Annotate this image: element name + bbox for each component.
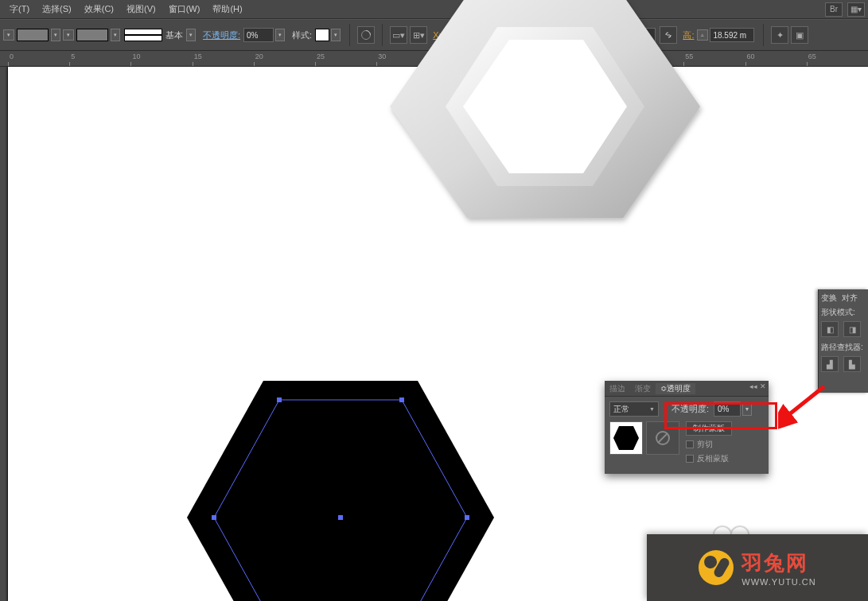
stage: 变换 对齐 形状模式: ◧ ◨ 路径查找器: ▟ ▙ 描边 渐变 ≎透明度 ◂◂… xyxy=(0,67,868,601)
vertical-ruler xyxy=(0,67,8,601)
h-label: 高: xyxy=(681,29,695,41)
x-label: X: xyxy=(431,30,442,40)
menu-type[interactable]: 字(T) xyxy=(3,3,36,15)
clip-label: 剪切 xyxy=(697,439,713,450)
align-panel-icon[interactable]: ▭▾ xyxy=(390,26,407,44)
stroke-none-icon[interactable]: ▾ xyxy=(63,29,74,41)
watermark-logo-icon xyxy=(699,550,734,585)
x-field[interactable]: 16.753 m xyxy=(457,28,502,42)
invert-mask-checkbox[interactable]: 反相蒙版 xyxy=(686,453,732,464)
svg-rect-7 xyxy=(399,397,404,402)
svg-line-15 xyxy=(658,433,668,443)
menu-bar: 字(T) 选择(S) 效果(C) 视图(V) 窗口(W) 帮助(H) Br ▦▾ xyxy=(0,0,868,19)
transform-panel-icon[interactable]: ⊞▾ xyxy=(410,26,427,44)
menu-select[interactable]: 选择(S) xyxy=(36,3,78,15)
fill-swatch-dd[interactable]: ▾ xyxy=(51,29,60,41)
y-stepper[interactable]: ▵ xyxy=(520,29,531,41)
pathfinder-trim-icon[interactable]: ▙ xyxy=(843,356,861,372)
opacity-label[interactable]: 不透明度: xyxy=(201,29,242,41)
tab-transparency[interactable]: ≎透明度 xyxy=(656,383,695,394)
mask-thumb[interactable] xyxy=(646,421,679,455)
svg-rect-12 xyxy=(338,515,343,520)
pathfinder-label: 路径查找器: xyxy=(821,342,866,353)
stroke-swatch[interactable] xyxy=(76,29,108,41)
control-bar: ▾ ▾ ▾ ▾ 基本 ▾ 不透明度: 0% ▾ 样式: ▾ ▭▾ ⊞▾ X: ▵… xyxy=(0,19,868,51)
panel-opacity-label: 不透明度: xyxy=(670,403,710,415)
fill-swatch[interactable] xyxy=(17,29,49,41)
stroke-preview[interactable] xyxy=(124,29,162,41)
tab-stroke[interactable]: 描边 xyxy=(605,383,630,394)
menu-effect[interactable]: 效果(C) xyxy=(78,3,120,15)
w-field[interactable]: 21.469 m xyxy=(611,28,656,42)
menu-window[interactable]: 窗口(W) xyxy=(162,3,207,15)
link-wh-icon[interactable] xyxy=(660,26,677,44)
recolor-icon[interactable] xyxy=(357,26,375,44)
panel-opacity-field[interactable]: 0% xyxy=(714,401,741,417)
menu-view[interactable]: 视图(V) xyxy=(120,3,162,15)
w-stepper[interactable]: ▵ xyxy=(598,29,609,41)
black-hexagon-shape[interactable] xyxy=(187,381,494,601)
shapemode-unite-icon[interactable]: ◧ xyxy=(821,321,839,337)
style-swatch[interactable] xyxy=(315,29,329,41)
arrange-docs-icon[interactable]: ▦▾ xyxy=(847,2,865,17)
menu-help[interactable]: 帮助(H) xyxy=(206,3,248,15)
watermark-url: WWW.YUTU.CN xyxy=(741,577,815,587)
y-field[interactable]: 139.288 xyxy=(532,28,577,42)
opacity-field[interactable]: 0% xyxy=(243,28,274,42)
fill-none-icon[interactable]: ▾ xyxy=(3,29,14,41)
horizontal-ruler: 0510152025303540455055606570 xyxy=(0,51,868,67)
make-mask-button[interactable]: 制作蒙版 xyxy=(686,421,732,436)
clip-checkbox[interactable]: 剪切 xyxy=(686,439,732,450)
blend-mode-combo[interactable]: 正常▼ xyxy=(609,401,659,417)
dock-tab-align[interactable]: 对齐 xyxy=(842,293,858,304)
shapemode-minus-icon[interactable]: ◨ xyxy=(843,321,861,337)
h-stepper[interactable]: ▵ xyxy=(697,29,708,41)
opacity-dd[interactable]: ▾ xyxy=(275,29,285,41)
pathfinder-dock: 变换 对齐 形状模式: ◧ ◨ 路径查找器: ▟ ▙ xyxy=(818,289,868,393)
panel-opacity-value: 0% xyxy=(718,405,729,413)
blend-mode-value: 正常 xyxy=(613,404,629,415)
opacity-thumb[interactable] xyxy=(609,421,643,455)
style-dd[interactable]: ▾ xyxy=(331,29,341,41)
pathfinder-divide-icon[interactable]: ▟ xyxy=(821,356,839,372)
h-field[interactable]: 18.592 m xyxy=(710,28,754,42)
watermark: 羽兔网 WWW.YUTU.CN xyxy=(647,534,868,601)
svg-marker-13 xyxy=(613,426,639,450)
panel-opacity-dd[interactable]: ▼ xyxy=(742,403,752,416)
panel-tabbar: 描边 渐变 ≎透明度 ◂◂ ✕ xyxy=(605,381,769,397)
tab-gradient[interactable]: 渐变 xyxy=(630,383,656,394)
svg-rect-8 xyxy=(465,515,469,520)
edit-clip-icon[interactable]: ▣ xyxy=(791,26,808,44)
svg-rect-11 xyxy=(212,515,216,520)
panel-close-icon[interactable]: ✕ xyxy=(759,382,767,390)
transparency-panel: 描边 渐变 ≎透明度 ◂◂ ✕ 正常▼ 不透明度: 0% ▼ xyxy=(605,381,769,474)
invert-label: 反相蒙版 xyxy=(697,453,729,464)
y-label: Y: xyxy=(508,30,519,40)
stroke-swatch-dd[interactable]: ▾ xyxy=(111,29,120,41)
panel-collapse-icon[interactable]: ◂◂ xyxy=(749,382,757,390)
svg-marker-4 xyxy=(187,381,494,601)
stroke-basic-label: 基本 xyxy=(164,29,185,41)
isolate-icon[interactable]: ✦ xyxy=(771,26,788,44)
watermark-name: 羽兔网 xyxy=(741,549,815,577)
stroke-profile-dd[interactable]: ▾ xyxy=(186,29,196,41)
x-stepper[interactable]: ▵ xyxy=(445,29,456,41)
shape-mode-label: 形状模式: xyxy=(821,307,866,318)
dock-tab-transform[interactable]: 变换 xyxy=(821,293,837,304)
w-label: 宽: xyxy=(582,29,597,41)
svg-rect-6 xyxy=(277,397,282,402)
style-label: 样式: xyxy=(290,29,313,41)
bridge-icon[interactable]: Br xyxy=(825,2,843,17)
